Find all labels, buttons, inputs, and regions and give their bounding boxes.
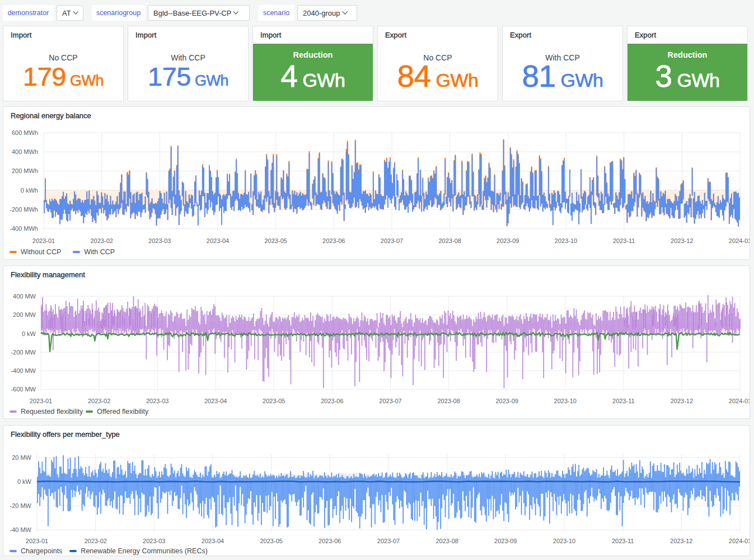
svg-text:2023-12: 2023-12 [671, 398, 693, 404]
svg-text:2024-01: 2024-01 [729, 538, 750, 544]
svg-text:2023-02: 2023-02 [85, 538, 107, 544]
svg-text:2023-10: 2023-10 [553, 538, 575, 544]
svg-text:-20 MW: -20 MW [10, 502, 32, 509]
svg-text:2023-08: 2023-08 [439, 237, 461, 244]
svg-text:2024-01: 2024-01 [729, 398, 750, 404]
svg-text:-200 MWh: -200 MWh [10, 206, 38, 213]
svg-text:2023-06: 2023-06 [319, 538, 341, 544]
svg-text:20 MW: 20 MW [12, 454, 31, 461]
svg-text:2023-11: 2023-11 [612, 398, 635, 404]
svg-text:-400 MWh: -400 MWh [10, 225, 38, 232]
svg-text:2023-07: 2023-07 [377, 538, 400, 544]
svg-text:2023-10: 2023-10 [554, 398, 577, 404]
svg-text:2023-06: 2023-06 [321, 398, 343, 404]
svg-text:2023-10: 2023-10 [555, 237, 577, 244]
svg-text:2023-09: 2023-09 [497, 237, 519, 244]
svg-text:2023-09: 2023-09 [494, 538, 517, 544]
svg-text:2023-03: 2023-03 [146, 398, 168, 404]
svg-text:-40 MW: -40 MW [10, 526, 32, 533]
svg-text:2023-07: 2023-07 [379, 398, 401, 404]
svg-text:2023-05: 2023-05 [260, 538, 283, 544]
svg-text:2023-07: 2023-07 [381, 237, 403, 244]
svg-text:2023-12: 2023-12 [671, 237, 693, 244]
svg-text:2023-03: 2023-03 [148, 237, 171, 244]
svg-text:-400 MW: -400 MW [11, 367, 36, 374]
svg-text:2023-02: 2023-02 [88, 398, 110, 404]
svg-text:2023-03: 2023-03 [143, 538, 165, 544]
svg-text:2023-12: 2023-12 [670, 538, 692, 544]
svg-text:2023-04: 2023-04 [207, 237, 229, 244]
svg-text:200 MW: 200 MW [13, 311, 36, 318]
svg-text:2023-08: 2023-08 [436, 538, 458, 544]
svg-text:0 kWh: 0 kWh [21, 187, 38, 194]
svg-text:2023-01: 2023-01 [26, 538, 48, 544]
svg-text:2023-06: 2023-06 [322, 237, 345, 244]
svg-text:2023-08: 2023-08 [437, 398, 460, 404]
svg-text:400 MWh: 400 MWh [12, 148, 38, 155]
svg-text:0 kW: 0 kW [22, 330, 36, 337]
svg-text:600 MWh: 600 MWh [12, 129, 38, 136]
svg-text:2023-05: 2023-05 [263, 398, 285, 404]
svg-text:-200 MW: -200 MW [11, 349, 36, 356]
svg-text:2023-04: 2023-04 [202, 538, 224, 544]
svg-text:2023-02: 2023-02 [91, 237, 113, 244]
svg-text:2023-11: 2023-11 [612, 538, 634, 544]
svg-text:2023-01: 2023-01 [32, 237, 55, 244]
svg-text:200 MWh: 200 MWh [12, 167, 38, 174]
svg-text:2024-01: 2024-01 [729, 237, 750, 244]
svg-text:2023-05: 2023-05 [265, 237, 287, 244]
svg-text:2023-04: 2023-04 [204, 398, 227, 404]
svg-text:-600 MW: -600 MW [11, 386, 36, 393]
svg-text:0 kW: 0 kW [17, 478, 32, 485]
svg-text:400 MW: 400 MW [13, 293, 36, 300]
svg-text:2023-11: 2023-11 [613, 237, 635, 244]
svg-text:2023-01: 2023-01 [30, 398, 52, 404]
svg-text:2023-09: 2023-09 [496, 398, 518, 404]
